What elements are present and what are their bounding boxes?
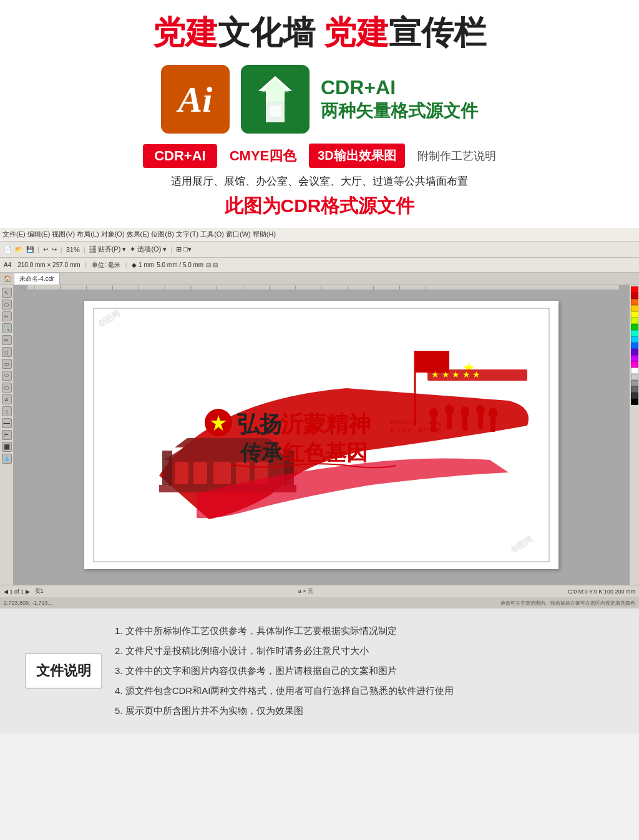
palette-aqua[interactable] xyxy=(631,330,638,336)
applicable-text: 适用展厅、展馆、办公室、会议室、大厅、过道等公共墙面布置 xyxy=(25,174,614,188)
propbar-icon-align: ⊟ ⊟ xyxy=(206,261,218,268)
tool-polygon[interactable]: ⬡ xyxy=(2,383,12,393)
app-palette xyxy=(629,285,639,585)
svg-rect-13 xyxy=(162,451,172,485)
menu-items: 文件(E) 编辑(E) 视图(V) 布局(L) 对象(O) 效果(E) 位图(B… xyxy=(2,230,276,239)
propbar-sep2: | xyxy=(125,261,127,268)
format-text-block: CDR+AI 两种矢量格式源文件 xyxy=(321,76,478,123)
status-coords: a × 无 xyxy=(298,587,313,595)
title-promo-board: 宣传栏 xyxy=(389,14,486,51)
tool-crop[interactable]: ✂ xyxy=(2,311,12,321)
svg-rect-27 xyxy=(478,415,483,429)
tool-zoom[interactable]: 🔍 xyxy=(2,323,12,333)
tool-ellipse[interactable]: ⬭ xyxy=(2,371,12,381)
cdr-svg-icon xyxy=(247,71,303,127)
tool-eyedrop[interactable]: 💧 xyxy=(2,454,12,464)
app-bottombar: 2,723,809, -1,713... 单击可在空选范围内、独击鼠标左键可在选… xyxy=(0,597,639,608)
toolbar-sep2: | xyxy=(61,246,62,253)
app-section: 文件(E) 编辑(E) 视图(V) 布局(L) 对象(O) 效果(E) 位图(B… xyxy=(0,228,639,608)
file-note-list: 1. 文件中所标制作工艺仅供参考，具体制作工艺要根据实际情况制定 2. 文件尺寸… xyxy=(115,623,614,718)
bottom-hint: 单击可在空选范围内、独击鼠标左键可在选区内设定填充颜色 xyxy=(500,600,635,607)
palette-darkred[interactable] xyxy=(631,293,638,299)
palette-skyblue[interactable] xyxy=(631,336,638,343)
toolbar-icon-redo: ↪ xyxy=(52,246,57,253)
title-row: 党建文化墙 党建宣传栏 xyxy=(25,11,614,55)
svg-rect-16 xyxy=(415,351,449,373)
app-toolbar: 📄 📂 💾 | ↩ ↪ | 31% | ▦ 贴齐(P) ▾ ✦ 选项(O) ▾ … xyxy=(0,242,639,258)
palette-darkgray[interactable] xyxy=(631,386,638,393)
app-canvas-area: 创图网 创图网 xyxy=(14,285,629,585)
file-note-item-1: 1. 文件中所标制作工艺仅供参考，具体制作工艺要根据实际情况制定 xyxy=(115,623,614,638)
palette-charcoal[interactable] xyxy=(631,393,638,399)
tool-shape[interactable]: ⬡ xyxy=(2,300,12,310)
title-culture-wall: 文化墙 xyxy=(218,14,324,51)
app-main-area: ↖ ⬡ ✂ 🔍 ✏ ◻ ▭ ⬭ ⬡ A ⋮ ⟵ ⊢ ⬛ 💧 创图网 创图网 xyxy=(0,285,639,585)
toolbar-sep4: | xyxy=(170,246,172,253)
app-tabbar: 🏠 未命名-4.cdr xyxy=(0,273,639,285)
toolbar-icon-open: 📂 xyxy=(15,246,22,253)
propbar-unit: 单位: 毫米 xyxy=(92,261,120,270)
toolbar-sep1: | xyxy=(37,246,39,253)
svg-rect-10 xyxy=(213,462,231,484)
badge-note: 附制作工艺说明 xyxy=(417,149,496,164)
palette-purple[interactable] xyxy=(631,349,638,355)
palette-red[interactable] xyxy=(631,286,638,293)
svg-rect-23 xyxy=(447,415,452,429)
badges-row: CDR+AI CMYE四色 3D输出效果图 附制作工艺说明 xyxy=(25,144,614,168)
palette-orange[interactable] xyxy=(631,299,638,305)
toolbar-options: ✦ 选项(O) ▾ xyxy=(130,245,167,254)
palette-lime[interactable] xyxy=(631,318,638,324)
palette-magenta[interactable] xyxy=(631,361,638,368)
toolbar-icon-save: 💾 xyxy=(26,246,34,253)
format-line1: CDR+AI xyxy=(321,76,478,99)
svg-rect-29 xyxy=(490,418,495,432)
format-line2: 两种矢量格式源文件 xyxy=(321,99,478,123)
propbar-nudge: ◆ 1 mm xyxy=(132,261,154,268)
title-dang2: 党建 xyxy=(324,14,389,51)
tool-fill[interactable]: ⬛ xyxy=(2,442,12,452)
svg-rect-4 xyxy=(270,105,281,117)
palette-yellow[interactable] xyxy=(631,311,638,318)
palette-gray[interactable] xyxy=(631,380,638,386)
toolbar-snap: ▦ 贴齐(P) ▾ xyxy=(89,245,127,254)
propbar-snap-size: 5.0 mm / 5.0 mm xyxy=(157,261,203,268)
palette-green[interactable] xyxy=(631,324,638,330)
app-menubar: 文件(E) 编辑(E) 视图(V) 布局(L) 对象(O) 效果(E) 位图(B… xyxy=(0,228,639,242)
top-section: 党建文化墙 党建宣传栏 Ai CDR+AI 两种矢量格式源文件 xyxy=(0,0,639,228)
svg-point-22 xyxy=(445,404,454,416)
svg-rect-8 xyxy=(175,462,188,484)
tool-rect[interactable]: ▭ xyxy=(2,359,12,369)
tool-parallel[interactable]: ⋮ xyxy=(2,406,12,416)
title-dang1: 党建 xyxy=(153,14,218,51)
palette-black[interactable] xyxy=(631,399,638,405)
toolbar-grid: ⊞ □▾ xyxy=(176,245,192,253)
toolbar-sep3: | xyxy=(84,246,85,253)
app-statusbar: ◀ 1 of 1 ▶ 页1 a × 无 C:0 M:0 Y:0 K:100 20… xyxy=(0,585,639,597)
palette-violet[interactable] xyxy=(631,355,638,361)
app-tab-file[interactable]: 未命名-4.cdr xyxy=(14,273,60,285)
palette-gold[interactable] xyxy=(631,305,638,311)
file-note-item-2: 2. 文件尺寸是投稿比例缩小设计，制作时请务必注意尺寸大小 xyxy=(115,643,614,658)
palette-lightgray[interactable] xyxy=(631,374,638,380)
badge-cmyk: CMYE四色 xyxy=(230,147,297,165)
page-indicator: 页1 xyxy=(35,587,44,595)
tool-artboard[interactable]: ◻ xyxy=(2,347,12,357)
icons-format-row: Ai CDR+AI 两种矢量格式源文件 xyxy=(25,65,614,134)
svg-text:权义责利，政行机构: 权义责利，政行机构 xyxy=(389,427,441,433)
svg-point-18 xyxy=(429,408,438,419)
toolbar-zoom-label: 31% xyxy=(66,246,80,253)
palette-blue[interactable] xyxy=(631,343,638,349)
cdr-software-icon xyxy=(241,65,310,134)
svg-rect-9 xyxy=(193,462,207,484)
svg-point-28 xyxy=(489,408,497,419)
palette-white[interactable] xyxy=(631,368,638,374)
tool-measure[interactable]: ⊢ xyxy=(2,430,12,440)
app-toolbox: ↖ ⬡ ✂ 🔍 ✏ ◻ ▭ ⬭ ⬡ A ⋮ ⟵ ⊢ ⬛ 💧 xyxy=(0,285,14,585)
tool-select[interactable]: ↖ xyxy=(2,288,12,298)
file-note-item-3: 3. 文件中的文字和图片内容仅供参考，图片请根据自己的文案和图片 xyxy=(115,663,614,678)
tool-text[interactable]: A xyxy=(2,394,12,404)
badge-cdr-ai: CDR+AI xyxy=(143,144,217,168)
tool-freehand[interactable]: ✏ xyxy=(2,335,12,345)
svg-text:红色基因: 红色基因 xyxy=(282,441,368,464)
tool-connector[interactable]: ⟵ xyxy=(2,418,12,428)
